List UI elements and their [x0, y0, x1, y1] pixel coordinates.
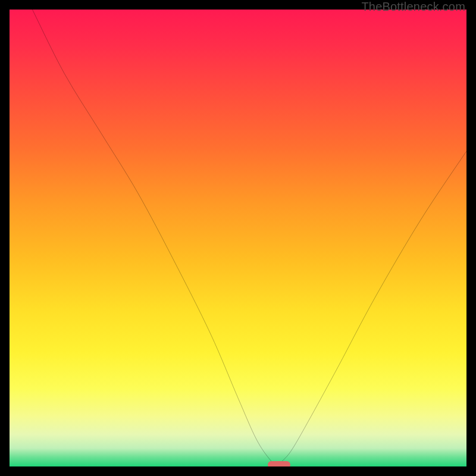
- chart-root: TheBottleneck.com: [0, 0, 476, 476]
- bottleneck-curve: [32, 10, 466, 464]
- attribution-text: TheBottleneck.com: [361, 0, 465, 14]
- minimum-marker: [268, 461, 290, 466]
- curve-svg: [10, 10, 466, 466]
- plot-area: [10, 10, 466, 466]
